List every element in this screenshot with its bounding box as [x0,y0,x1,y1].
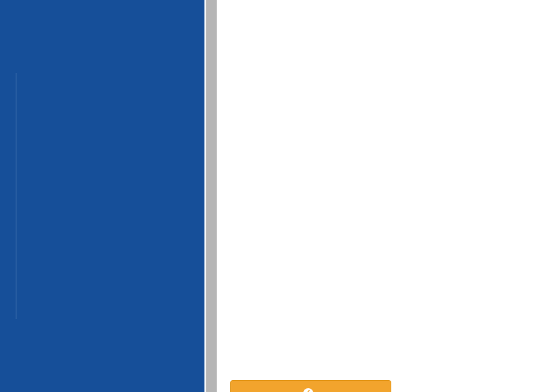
enable-selected-modules-button[interactable] [230,380,391,392]
webmin-screen [0,0,558,392]
sidebar-scrollbar[interactable] [206,0,217,392]
sidebar [0,0,204,392]
check-circle-icon [303,388,313,392]
subitem-connector-line [16,73,16,319]
